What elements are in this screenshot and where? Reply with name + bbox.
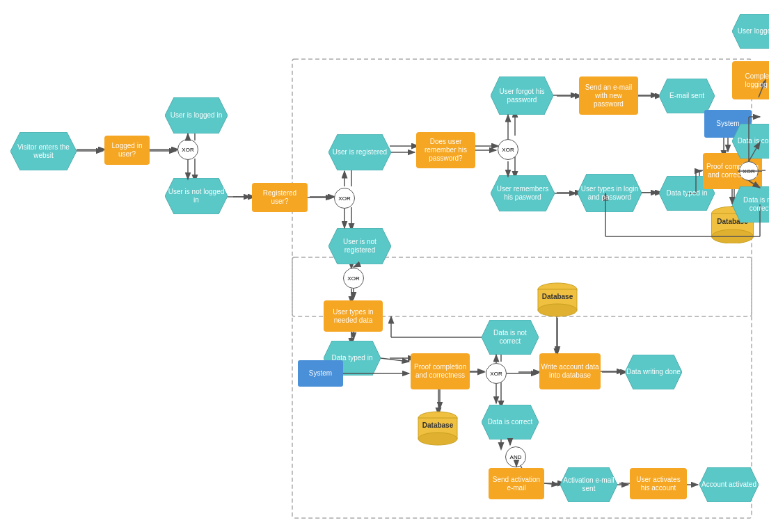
- svg-point-63: [418, 433, 457, 445]
- svg-point-60: [538, 304, 577, 316]
- xor5-node: XOR: [343, 268, 364, 289]
- user-remembers-node: User remembers his pasword: [491, 175, 555, 211]
- database-bot-top-node: Database: [536, 282, 579, 318]
- user-registered-node: User is registered: [328, 134, 391, 170]
- account-activated-node: Account activated: [699, 467, 759, 502]
- xor2-node: XOR: [334, 188, 355, 209]
- does-user-remember-node: Does user remember his password?: [416, 132, 475, 168]
- and1-node: AND: [505, 446, 526, 467]
- user-types-needed-node: User types in needed data: [324, 300, 383, 332]
- user-types-login-node: User types in login and password: [578, 174, 642, 212]
- data-not-correct-top-node: Data is not correct: [732, 186, 769, 223]
- data-writing-node: Data writing done: [625, 355, 682, 389]
- svg-point-52: [712, 229, 754, 243]
- xor5b-node: XOR: [486, 363, 507, 384]
- user-logged-in-node: User logged in: [732, 14, 769, 49]
- xor1-node: XOR: [177, 139, 198, 160]
- database-bot-node: Database: [416, 410, 459, 446]
- data-correct-bot-node: Data is correct: [482, 405, 539, 440]
- user-not-registered-node: User is not registered: [328, 228, 391, 264]
- user-logged-node: User is logged in: [165, 97, 228, 134]
- system-bot-node: System: [298, 360, 343, 387]
- write-account-node: Write account data into database: [539, 353, 601, 389]
- send-email-node: Send an e-mail with new password: [579, 76, 638, 115]
- user-not-logged-node: User is not logged in: [165, 178, 228, 214]
- send-activation-node: Send activation e-mail: [489, 468, 544, 499]
- user-forgot-node: User forgot his password: [491, 76, 553, 115]
- data-not-correct-bot-node: Data is not correct: [482, 320, 539, 355]
- visitor-node: Visitor enters the websit: [10, 132, 77, 170]
- user-activates-node: User activates his account: [630, 468, 687, 499]
- xor3-node: XOR: [498, 139, 518, 160]
- email-sent-node: E-mail sent: [659, 79, 715, 113]
- proof-bot-node: Proof completion and correctness: [411, 353, 470, 389]
- complete-logging-node: Complete logging in: [732, 61, 769, 99]
- activation-sent-node: Activation e-mail sent: [560, 467, 617, 502]
- logged-in-user-node: Logged in user?: [104, 136, 150, 165]
- registered-user-node: Registered user?: [252, 183, 308, 212]
